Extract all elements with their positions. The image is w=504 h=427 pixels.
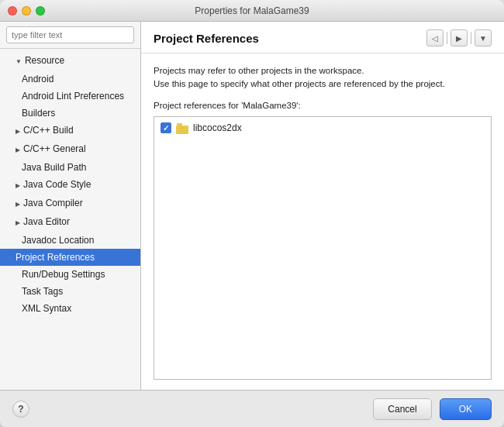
dropdown-arrow-icon: ▼ bbox=[479, 34, 487, 43]
panel-description: Projects may refer to other projects in … bbox=[154, 64, 492, 91]
sidebar-item-project-references[interactable]: Project References bbox=[0, 249, 140, 266]
sidebar-item-javadoc[interactable]: Javadoc Location bbox=[0, 232, 140, 249]
panel-title: Project References bbox=[154, 32, 259, 45]
sidebar-item-run-debug[interactable]: Run/Debug Settings bbox=[0, 266, 140, 283]
expand-icon: ◁ bbox=[432, 34, 438, 43]
toolbar-dropdown-button[interactable]: ▼ bbox=[475, 29, 492, 46]
sidebar-item-android[interactable]: Android bbox=[0, 71, 140, 88]
sidebar-item-task-tags[interactable]: Task Tags bbox=[0, 283, 140, 300]
sidebar: Resource Android Android Lint Preference… bbox=[0, 22, 141, 390]
tree-list: Resource Android Android Lint Preference… bbox=[0, 49, 140, 390]
sidebar-item-resource[interactable]: Resource bbox=[0, 52, 140, 71]
panel-toolbar: ◁ ▶ ▼ bbox=[426, 29, 492, 46]
main-content: Resource Android Android Lint Preference… bbox=[0, 22, 504, 390]
action-buttons: Cancel OK bbox=[373, 398, 492, 420]
bottom-bar: ? Cancel OK bbox=[0, 390, 504, 427]
window-title: Properties for MalaGame39 bbox=[195, 5, 309, 16]
sidebar-item-builders[interactable]: Builders bbox=[0, 105, 140, 122]
sidebar-item-java-compiler[interactable]: Java Compiler bbox=[0, 195, 140, 213]
sidebar-item-xml-syntax[interactable]: XML Syntax bbox=[0, 300, 140, 317]
sidebar-item-java-editor[interactable]: Java Editor bbox=[0, 213, 140, 232]
filter-input[interactable] bbox=[6, 26, 134, 43]
references-list: libcocos2dx bbox=[154, 116, 492, 380]
window-controls bbox=[8, 6, 45, 15]
collapse-icon: ▶ bbox=[456, 34, 462, 43]
sidebar-item-cpp-build[interactable]: C/C++ Build bbox=[0, 122, 140, 140]
ok-button[interactable]: OK bbox=[440, 398, 492, 420]
collapse-button[interactable]: ▶ bbox=[450, 29, 468, 46]
sidebar-item-java-build-path[interactable]: Java Build Path bbox=[0, 159, 140, 176]
ref-name-libcocos2dx: libcocos2dx bbox=[193, 122, 242, 133]
ref-label: Project references for 'MalaGame39': bbox=[154, 101, 492, 110]
panel-header: Project References ◁ ▶ ▼ bbox=[141, 22, 504, 53]
panel-body: Projects may refer to other projects in … bbox=[141, 53, 504, 390]
description-line1: Projects may refer to other projects in … bbox=[154, 66, 364, 75]
ref-checkbox-libcocos2dx[interactable] bbox=[161, 122, 171, 133]
toolbar-separator bbox=[447, 32, 447, 44]
titlebar: Properties for MalaGame39 bbox=[0, 0, 504, 22]
sidebar-item-java-code-style[interactable]: Java Code Style bbox=[0, 176, 140, 195]
help-button[interactable]: ? bbox=[12, 401, 29, 418]
close-button[interactable] bbox=[8, 6, 17, 15]
cancel-button[interactable]: Cancel bbox=[373, 398, 431, 420]
filter-wrap bbox=[0, 22, 140, 49]
folder-icon bbox=[176, 123, 188, 134]
sidebar-item-cpp-general[interactable]: C/C++ General bbox=[0, 140, 140, 159]
minimize-button[interactable] bbox=[22, 6, 31, 15]
expand-button[interactable]: ◁ bbox=[426, 29, 444, 46]
sidebar-item-android-lint[interactable]: Android Lint Preferences bbox=[0, 88, 140, 105]
ref-item-libcocos2dx[interactable]: libcocos2dx bbox=[157, 120, 488, 136]
description-line2: Use this page to specify what other proj… bbox=[154, 79, 445, 88]
toolbar-separator-2 bbox=[471, 32, 471, 44]
right-panel: Project References ◁ ▶ ▼ Projects may re… bbox=[141, 22, 504, 390]
maximize-button[interactable] bbox=[36, 6, 45, 15]
